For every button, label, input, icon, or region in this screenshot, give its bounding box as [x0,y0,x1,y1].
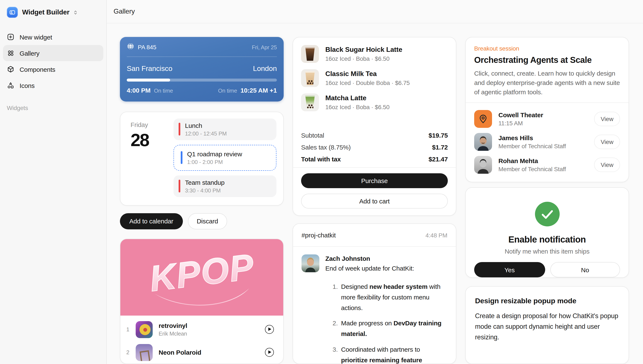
event-title: Q1 roadmap review [187,150,242,158]
track-title: Neon Polaroid [159,349,265,356]
track-row[interactable]: 1 retrovinyl Erik Mclean [126,318,277,341]
order-divider [293,167,456,168]
boba-order-widget: Black Sugar Hoick Latte 16oz Iced · Boba… [293,37,456,216]
app-title: Widget Builder [22,8,70,16]
sidebar-item-icons[interactable]: Icons [3,77,103,94]
calendar-actions: Add to calendar Discard [120,213,284,229]
page-title: Gallery [114,8,135,15]
play-icon[interactable] [265,325,274,334]
avatar-zach-johnston [302,254,319,272]
event-time: 1:00 - 2:00 PM [187,159,242,165]
gallery-content: PA 845 Fri, Apr 25 San Francisco London … [107,23,643,364]
tax-value: $1.72 [432,143,448,150]
notification-title: Enable notification [474,234,620,245]
app-logo-row: Widget Builder [0,6,106,19]
track-art-polaroid [136,344,153,361]
airline-globe-icon [127,42,134,52]
sidebar-item-components[interactable]: Components [3,61,103,77]
shapes-icon [7,82,15,89]
view-button[interactable]: View [594,135,620,149]
session-title: Orchestrating Agents at Scale [474,55,620,65]
add-to-cart-button[interactable]: Add to cart [301,194,448,208]
total-label: Total with tax [301,155,341,162]
update-item: Made progress on DevDay training materia… [333,318,447,339]
track-title: retrovinyl [159,322,265,329]
item-name: Matcha Latte [325,94,389,102]
chat-message: Zach Johnston End of week update for Cha… [293,247,456,364]
drink-photo-black-sugar [301,45,319,63]
flight-destination: London [253,64,277,73]
track-list: 1 retrovinyl Erik Mclean 2 [120,315,283,364]
item-name: Classic Milk Tea [325,70,410,78]
order-item: Matcha Latte 16oz Iced · Boba · $6.50 [301,94,448,111]
event-title: Lunch [185,122,227,129]
sidebar-item-label: Components [20,66,55,73]
session-label: Breakout session [474,45,620,52]
breakout-session-widget: Breakout session Orchestrating Agents at… [465,37,629,182]
calendar-event-lunch[interactable]: Lunch 12:00 - 12:45 PM [173,118,276,140]
flight-widget: PA 845 Fri, Apr 25 San Francisco London … [120,37,284,101]
event-color-bar [181,151,182,164]
flight-origin: San Francisco [127,64,172,73]
kpop-cover-art: KPOP [120,239,283,315]
cube-icon [7,66,15,73]
discard-button[interactable]: Discard [188,213,227,229]
calendar-event-selected-outline[interactable]: Q1 roadmap review 1:00 - 2:00 PM [173,144,276,170]
session-location-row: Cowell Theater 11:15 AM View [474,108,620,130]
gallery-dots-icon [7,49,15,57]
widgets-section-label: Widgets [7,104,106,111]
sidebar-item-gallery[interactable]: Gallery [3,45,103,61]
item-meta: 16oz Iced · Boba · $6.50 [325,55,402,62]
update-item: Designed new header system with more fle… [333,282,447,313]
session-speaker-row: James Hills Member of Technical Staff Vi… [474,131,620,153]
message-author: Zach Johnston [325,255,414,262]
svg-text:KPOP: KPOP [147,246,256,299]
track-index: 1 [126,326,133,332]
app-switcher-icon[interactable] [73,10,78,15]
subtotal-label: Subtotal [301,132,324,139]
session-description: Click, connect, create. Learn how to qui… [474,69,620,97]
calendar-event-standup[interactable]: Team standup 3:30 - 4:00 PM [173,175,276,197]
task-widget: Design resizable popup mode Create a des… [465,286,629,364]
playlist-widget: KPOP 1 retrovinyl Erik Mclean [120,238,284,364]
event-color-bar [179,123,180,136]
play-icon[interactable] [265,348,274,357]
plus-square-icon [7,33,15,41]
item-name: Black Sugar Hoick Latte [325,46,402,54]
message-timestamp: 4:48 PM [425,232,447,238]
arrive-status: On time [218,88,237,94]
channel-name: #proj-chatkit [302,232,336,239]
tax-label: Sales tax (8.75%) [301,143,351,150]
sidebar: Widget Builder New widget Gallery [0,0,107,364]
total-value: $21.47 [428,155,448,162]
notification-subtitle: Notify me when this item ships [474,248,620,255]
view-button[interactable]: View [594,112,620,126]
track-art-vinyl [136,321,153,338]
track-artist: Erik Mclean [159,330,265,337]
order-summary: Subtotal $19.75 Sales tax (8.75%) $1.72 … [301,129,448,165]
calendar-events: Lunch 12:00 - 12:45 PM Q1 roadmap review… [173,118,276,198]
message-intro: End of week update for ChatKit: [325,264,414,272]
chat-widget: #proj-chatkit 4:48 PM [293,224,456,364]
sidebar-item-new-widget[interactable]: New widget [3,29,103,45]
sidebar-item-label: Gallery [20,50,40,57]
purchase-button[interactable]: Purchase [301,173,448,188]
subtotal-value: $19.75 [428,132,448,139]
task-body: Create a design proposal for how ChatKit… [475,311,619,342]
event-time: 12:00 - 12:45 PM [185,130,227,136]
order-item: Classic Milk Tea 16oz Iced · Double Boba… [301,69,448,87]
flight-divider [127,56,277,57]
speaker-name: James Hills [498,134,594,142]
calendar-event-q1-roadmap[interactable]: Q1 roadmap review 1:00 - 2:00 PM [176,147,274,168]
yes-button[interactable]: Yes [474,262,545,277]
speaker-name: Rohan Mehta [498,157,594,164]
track-row[interactable]: 2 Neon Polaroid [126,341,277,364]
page-header: Gallery [107,0,643,23]
sidebar-item-label: Icons [20,82,35,89]
view-button[interactable]: View [594,158,620,172]
location-time: 11:15 AM [498,120,594,127]
success-check-icon [534,201,560,228]
no-button[interactable]: No [550,262,620,277]
depart-status: On time [154,88,173,94]
add-to-calendar-button[interactable]: Add to calendar [120,213,183,229]
